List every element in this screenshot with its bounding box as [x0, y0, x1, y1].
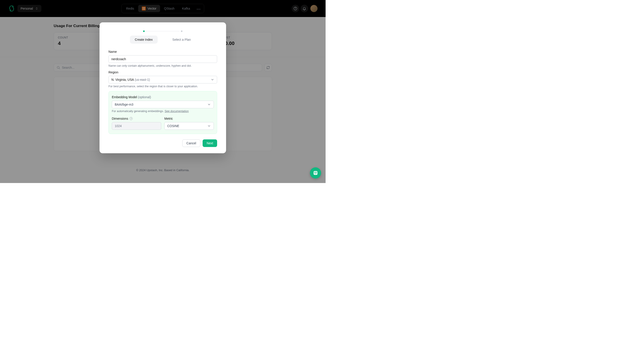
name-input[interactable] [108, 55, 217, 63]
stepper-dots [108, 31, 217, 32]
embedding-helper: For automatically generating embeddings.… [112, 110, 214, 113]
region-field: Region N. Virginia, USA (us-east-1) For … [108, 71, 217, 88]
metric-select[interactable]: COSINE [164, 122, 214, 130]
modal-actions: Cancel Next [108, 139, 217, 147]
cancel-button[interactable]: Cancel [182, 139, 200, 147]
name-helper: Name can only contain alphanumeric, unde… [108, 64, 217, 67]
intercom-icon [313, 170, 318, 176]
step-labels: Create Index Select a Plan [108, 36, 217, 44]
embedding-doc-link[interactable]: See documentation [164, 110, 189, 113]
embedding-label: Embedding Model (optional) [112, 95, 214, 99]
step-create-index[interactable]: Create Index [130, 36, 158, 44]
embedding-field: Embedding Model (optional) BAAI/bge-m3 F… [112, 95, 214, 113]
metric-label: Metric [164, 117, 214, 120]
dimensions-field: Dimensions ? [112, 117, 161, 130]
embedding-box: Embedding Model (optional) BAAI/bge-m3 F… [108, 91, 217, 134]
intercom-launcher[interactable] [310, 167, 321, 179]
help-icon[interactable]: ? [130, 117, 132, 120]
chevron-down-icon [207, 103, 211, 106]
step-dot-2 [181, 31, 182, 32]
chevron-down-icon [207, 124, 211, 128]
next-button[interactable]: Next [202, 139, 217, 147]
region-select[interactable]: N. Virginia, USA (us-east-1) [108, 76, 217, 84]
region-helper: For best performance, select the region … [108, 85, 217, 88]
dimensions-input [112, 122, 161, 130]
step-dot-1 [143, 31, 145, 32]
create-index-modal: Create Index Select a Plan Name Name can… [100, 22, 226, 153]
dimensions-label: Dimensions ? [112, 117, 161, 120]
metric-field: Metric COSINE [164, 117, 214, 130]
embedding-select[interactable]: BAAI/bge-m3 [112, 101, 214, 108]
step-select-plan[interactable]: Select a Plan [168, 36, 196, 44]
region-label: Region [108, 71, 217, 74]
name-label: Name [108, 50, 217, 54]
embed-row: Dimensions ? Metric COSINE [112, 117, 214, 130]
modal-overlay[interactable]: Create Index Select a Plan Name Name can… [0, 0, 326, 183]
step-line [146, 31, 180, 31]
name-field: Name Name can only contain alphanumeric,… [108, 50, 217, 67]
chevron-down-icon [211, 78, 214, 82]
